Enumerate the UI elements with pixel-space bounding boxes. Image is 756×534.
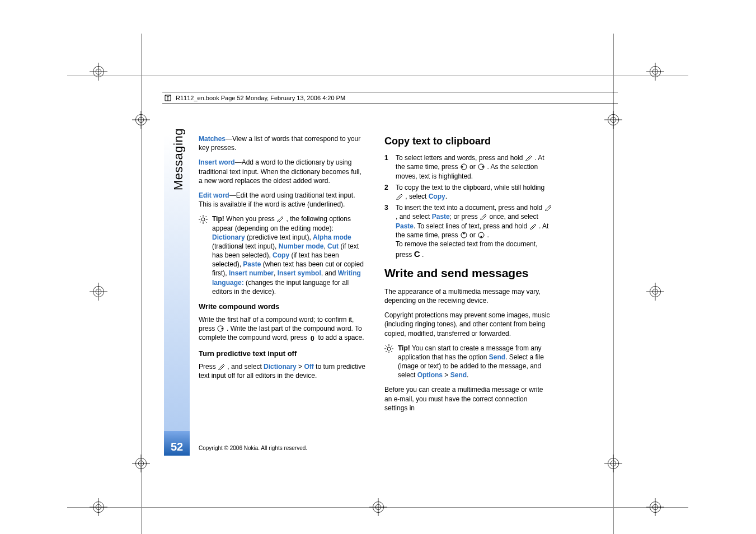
- heading-compound: Write compound words: [199, 302, 367, 312]
- pencil-icon: [529, 223, 537, 229]
- registration-mark-icon: [90, 498, 107, 516]
- nav-down-icon: [477, 232, 485, 238]
- para-turnoff: Press , and select Dictionary > Off to t…: [199, 362, 367, 380]
- pencil-icon: [525, 154, 533, 161]
- svg-point-58: [482, 166, 484, 168]
- para-edit-word: Edit word—Edit the word using traditiona…: [199, 191, 367, 209]
- nav-right-icon: [217, 325, 225, 332]
- svg-point-62: [481, 236, 482, 237]
- nav-up-icon: [460, 232, 468, 238]
- heading-turnoff: Turn predictive text input off: [199, 349, 367, 359]
- svg-point-54: [221, 327, 223, 329]
- tip-text: Tip! When you press , the following opti…: [212, 214, 367, 296]
- tip-bulb-icon: [199, 215, 208, 224]
- registration-mark-icon: [90, 63, 107, 81]
- registration-mark-icon: [646, 63, 664, 81]
- keyword-insert-word: Insert word: [199, 158, 235, 166]
- registration-mark-icon: [132, 111, 150, 129]
- header-crop-text: R1112_en.book Page 52 Monday, February 1…: [176, 95, 345, 101]
- tip-block: Tip! When you press , the following opti…: [199, 214, 367, 296]
- nav-left-icon: [460, 163, 468, 170]
- page-number: 52: [164, 431, 190, 456]
- svg-line-71: [386, 351, 387, 352]
- keyword-matches: Matches: [199, 135, 226, 143]
- svg-line-50: [205, 222, 206, 223]
- svg-line-70: [391, 345, 392, 346]
- registration-mark-icon: [646, 283, 664, 301]
- para-appearance: The appearance of a multimedia message m…: [384, 287, 552, 305]
- copyright-line: Copyright © 2006 Nokia. All rights reser…: [199, 445, 307, 451]
- registration-mark-icon: [90, 283, 107, 301]
- list-item: 2 To copy the text to the clipboard, whi…: [384, 183, 552, 201]
- tip-bulb-icon: [384, 344, 393, 353]
- pencil-icon: [396, 193, 403, 200]
- svg-line-49: [200, 216, 201, 217]
- left-column: Matches—View a list of words that corres…: [199, 134, 367, 418]
- tip-block: Tip! You can start to create a message f…: [384, 344, 552, 380]
- section-side-label: Messaging: [171, 128, 186, 190]
- para-insert-word: Insert word—Add a word to the dictionary…: [199, 158, 367, 185]
- copy-steps-list: 1 To select letters and words, press and…: [384, 153, 552, 260]
- book-icon: [165, 94, 172, 102]
- document-page: R1112_en.book Page 52 Monday, February 1…: [0, 0, 756, 534]
- pencil-icon: [276, 216, 284, 222]
- list-item: 1 To select letters and words, press and…: [384, 153, 552, 181]
- heading-write-send: Write and send messages: [384, 265, 552, 281]
- svg-point-56: [461, 166, 463, 168]
- svg-point-44: [201, 218, 205, 221]
- para-matches: Matches—View a list of words that corres…: [199, 134, 367, 152]
- svg-point-60: [463, 232, 464, 234]
- para-copyright-protections: Copyright protections may prevent some i…: [384, 311, 552, 338]
- right-column: Copy text to clipboard 1 To select lette…: [384, 134, 552, 418]
- registration-mark-icon: [604, 111, 622, 129]
- heading-copy-clipboard: Copy text to clipboard: [384, 134, 552, 148]
- key-c-icon: C: [414, 249, 420, 259]
- registration-mark-icon: [369, 498, 387, 516]
- svg-point-63: [387, 347, 391, 350]
- key-zero-icon: 0: [309, 334, 316, 343]
- para-compound: Write the first half of a compound word;…: [199, 315, 367, 344]
- list-item: 3 To insert the text into a document, pr…: [384, 203, 552, 260]
- registration-mark-icon: [132, 455, 150, 472]
- pencil-icon: [218, 363, 226, 370]
- svg-line-51: [205, 216, 206, 217]
- keyword-edit-word: Edit word: [199, 191, 229, 199]
- pencil-icon: [544, 204, 552, 211]
- content-area: Matches—View a list of words that corres…: [199, 134, 557, 418]
- para-before-create: Before you can create a multimedia messa…: [384, 385, 552, 413]
- pencil-icon: [480, 213, 487, 220]
- svg-line-68: [386, 345, 387, 346]
- header-crop-bar: R1112_en.book Page 52 Monday, February 1…: [162, 92, 618, 104]
- nav-right-icon: [477, 163, 485, 170]
- registration-mark-icon: [604, 455, 622, 472]
- svg-line-69: [391, 351, 392, 352]
- svg-line-52: [200, 222, 201, 223]
- registration-mark-icon: [646, 498, 664, 516]
- crop-line: [67, 76, 688, 76]
- tip-text: Tip! You can start to create a message f…: [398, 344, 552, 380]
